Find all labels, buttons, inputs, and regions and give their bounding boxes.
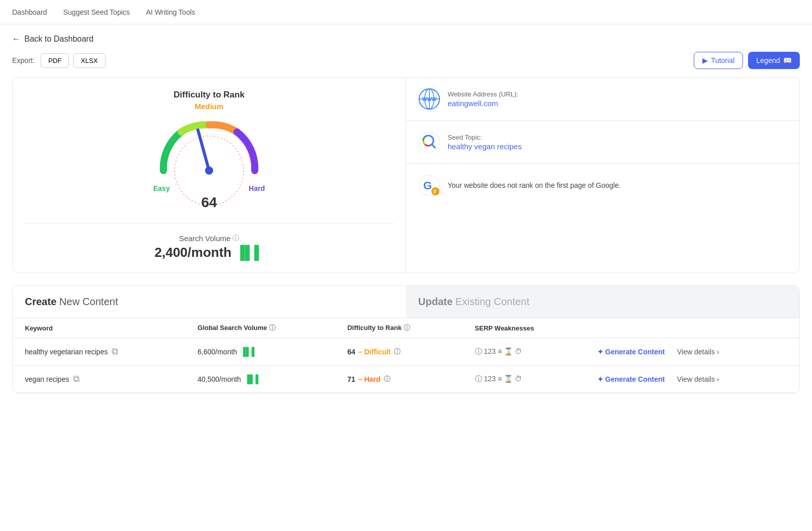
url-label: Website Address (URL): (448, 90, 518, 98)
diff-score-0: 64 (347, 348, 355, 356)
legend-button[interactable]: Legend 📖 (748, 52, 800, 69)
generate-label-1: Generate Content (605, 375, 665, 383)
volume-info-icon: ⓘ (232, 234, 239, 243)
gauge-labels: Easy Hard (153, 184, 265, 192)
svg-text:WWW: WWW (422, 96, 437, 102)
copy-icon-0[interactable]: ⧉ (112, 346, 118, 357)
view-label-1: View details (677, 375, 715, 383)
diff-score-1: 71 (347, 375, 355, 383)
seed-content: Seed Topic: healthy vegan recipes (448, 134, 522, 151)
th-difficulty: Difficulty to Rank ⓘ (335, 318, 462, 338)
spark-icon-0: ✦ (597, 348, 603, 356)
book-icon: 📖 (783, 56, 792, 64)
nav-ai-writing[interactable]: AI Writing Tools (146, 8, 195, 16)
nav-seed-topics[interactable]: Suggest Seed Topics (63, 8, 130, 16)
tutorial-button[interactable]: ▶ Tutorial (694, 52, 743, 69)
table-header-row: Keyword Global Search Volume ⓘ Difficult… (13, 318, 799, 338)
url-content: Website Address (URL): eatingwell.com (448, 90, 518, 108)
card-left: Difficulty to Rank Medium (13, 78, 406, 273)
update-rest: Existing Content (453, 296, 529, 307)
th-volume: Global Search Volume ⓘ (185, 318, 335, 338)
export-left: Export: PDF XLSX (12, 53, 106, 68)
keyword-cell-0: healthy vegetarian recipes ⧉ (13, 338, 185, 366)
seed-row: Seed Topic: healthy vegan recipes (406, 121, 799, 164)
th-serp: SERP Weaknesses (463, 318, 585, 338)
keyword-text-0: healthy vegetarian recipes (25, 348, 108, 356)
back-label: Back to Dashboard (24, 35, 93, 44)
www-icon: WWW (418, 88, 441, 110)
gauge-level: Medium (25, 102, 393, 111)
diff-info-icon-1: ⓘ (384, 375, 390, 384)
view-details-button-0[interactable]: View details › (677, 348, 719, 356)
generate-button-1[interactable]: ✦ Generate Content (597, 375, 665, 383)
seed-label: Seed Topic: (448, 134, 522, 141)
copy-icon-1[interactable]: ⧉ (73, 374, 80, 384)
volume-title: Search Volume ⓘ (25, 234, 393, 243)
google-q-icon (418, 131, 441, 153)
export-right: ▶ Tutorial Legend 📖 (694, 52, 800, 69)
volume-value-0: 6,600/month (197, 348, 237, 356)
svg-text:#: # (433, 189, 436, 194)
diff-label-0: – Difficult (358, 348, 391, 356)
nav-dashboard[interactable]: Dashboard (12, 8, 47, 16)
google-hashtag-icon: G # (418, 174, 441, 196)
tutorial-label: Tutorial (711, 56, 734, 64)
volume-chart-icon-0: ▐▌▌ (240, 347, 257, 356)
export-row: Export: PDF XLSX ▶ Tutorial Legend 📖 (0, 48, 812, 77)
seed-value[interactable]: healthy vegan recipes (448, 142, 522, 151)
chevron-right-icon-1: › (717, 375, 719, 383)
export-label: Export: (12, 56, 35, 64)
view-details-button-1[interactable]: View details › (677, 375, 719, 383)
gauge-section: Difficulty to Rank Medium (25, 90, 393, 223)
create-rest: New Content (56, 296, 118, 307)
export-xlsx-button[interactable]: XLSX (73, 53, 105, 68)
volume-cell-0: 6,600/month ▐▌▌ (185, 338, 335, 366)
top-nav: Dashboard Suggest Seed Topics AI Writing… (0, 0, 812, 24)
svg-point-2 (205, 167, 213, 175)
volume-cell-1: 40,500/month ▐▌▌ (185, 366, 335, 393)
gauge-hard-label: Hard (249, 184, 265, 192)
google-rank-text: Your website does not rank on the first … (448, 181, 621, 189)
export-pdf-button[interactable]: PDF (41, 53, 69, 68)
content-tabs: Create New Content Update Existing Conte… (13, 286, 799, 318)
svg-text:G: G (423, 179, 432, 192)
gauge-score: 64 (153, 194, 265, 211)
back-arrow-icon: ← (12, 35, 20, 44)
view-label-0: View details (677, 348, 715, 356)
diff-label-1: – Hard (358, 375, 381, 383)
url-row: WWW Website Address (URL): eatingwell.co… (406, 78, 799, 121)
serp-cell-0: ⓘ 123 ≡ ⌛ ⏱ (463, 338, 585, 366)
th-actions (585, 318, 800, 338)
gauge-container: Easy Hard 64 (153, 115, 265, 211)
volume-value: 2,400/month ▐▌▌ (25, 245, 393, 260)
google-rank-content: Your website does not rank on the first … (448, 181, 621, 189)
gauge-title: Difficulty to Rank (25, 90, 393, 100)
th-keyword: Keyword (13, 318, 185, 338)
keyword-text-1: vegan recipes (25, 375, 69, 383)
spark-icon-1: ✦ (597, 375, 603, 383)
serp-icons-1: ⓘ 123 ≡ ⌛ ⏱ (475, 375, 522, 384)
tab-update[interactable]: Update Existing Content (406, 286, 799, 318)
generate-button-0[interactable]: ✦ Generate Content (597, 348, 665, 356)
content-table: Keyword Global Search Volume ⓘ Difficult… (13, 318, 799, 393)
main-card: Difficulty to Rank Medium (12, 77, 800, 273)
difficulty-header-info-icon: ⓘ (403, 324, 410, 331)
keyword-cell-1: vegan recipes ⧉ (13, 366, 185, 393)
serp-cell-1: ⓘ 123 ≡ ⌛ ⏱ (463, 366, 585, 393)
url-value[interactable]: eatingwell.com (448, 99, 498, 108)
diff-cell-1: 71 – Hard ⓘ (335, 366, 462, 393)
diff-info-icon-0: ⓘ (394, 347, 400, 356)
back-to-dashboard[interactable]: ← Back to Dashboard (0, 24, 812, 48)
tab-create[interactable]: Create New Content (13, 286, 406, 318)
volume-bar-icon: ▐▌▌ (235, 245, 263, 260)
volume-label: Search Volume (179, 234, 231, 243)
gauge-easy-label: Easy (153, 184, 170, 192)
create-strong: Create (25, 296, 56, 307)
volume-section: Search Volume ⓘ 2,400/month ▐▌▌ (25, 223, 393, 260)
chevron-right-icon-0: › (717, 348, 719, 356)
volume-header-info-icon: ⓘ (269, 324, 276, 331)
diff-cell-0: 64 – Difficult ⓘ (335, 338, 462, 366)
card-right: WWW Website Address (URL): eatingwell.co… (406, 78, 799, 273)
table-row: healthy vegetarian recipes ⧉ 6,600/month… (13, 338, 799, 366)
generate-label-0: Generate Content (605, 348, 665, 356)
